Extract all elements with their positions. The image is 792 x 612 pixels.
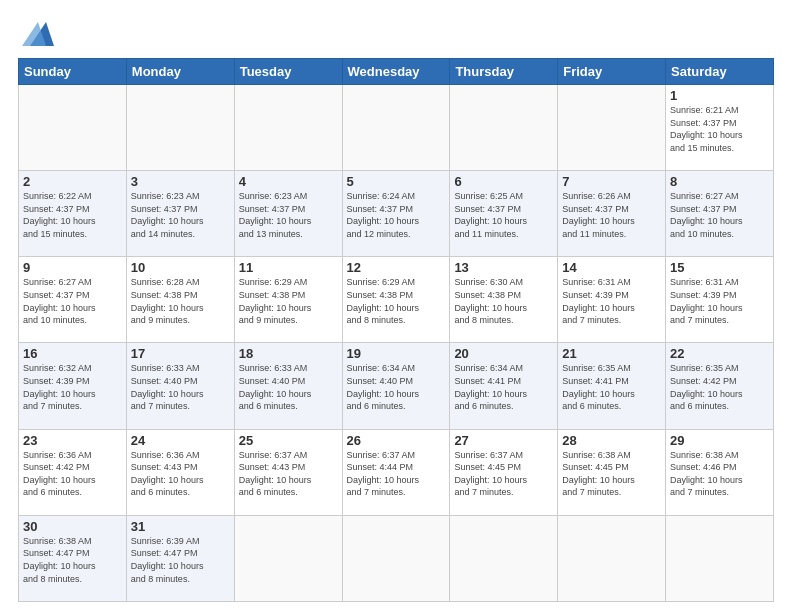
table-row xyxy=(558,515,666,601)
day-number: 9 xyxy=(23,260,122,275)
calendar-week-row: 1Sunrise: 6:21 AM Sunset: 4:37 PM Daylig… xyxy=(19,85,774,171)
day-info: Sunrise: 6:38 AM Sunset: 4:45 PM Dayligh… xyxy=(562,449,661,499)
day-info: Sunrise: 6:31 AM Sunset: 4:39 PM Dayligh… xyxy=(562,276,661,326)
calendar-week-row: 23Sunrise: 6:36 AM Sunset: 4:42 PM Dayli… xyxy=(19,429,774,515)
day-info: Sunrise: 6:29 AM Sunset: 4:38 PM Dayligh… xyxy=(347,276,446,326)
day-number: 4 xyxy=(239,174,338,189)
table-row xyxy=(234,85,342,171)
table-row: 1Sunrise: 6:21 AM Sunset: 4:37 PM Daylig… xyxy=(666,85,774,171)
table-row: 23Sunrise: 6:36 AM Sunset: 4:42 PM Dayli… xyxy=(19,429,127,515)
day-info: Sunrise: 6:28 AM Sunset: 4:38 PM Dayligh… xyxy=(131,276,230,326)
day-number: 19 xyxy=(347,346,446,361)
col-wednesday: Wednesday xyxy=(342,59,450,85)
calendar-header-row: Sunday Monday Tuesday Wednesday Thursday… xyxy=(19,59,774,85)
table-row: 15Sunrise: 6:31 AM Sunset: 4:39 PM Dayli… xyxy=(666,257,774,343)
table-row: 3Sunrise: 6:23 AM Sunset: 4:37 PM Daylig… xyxy=(126,171,234,257)
day-info: Sunrise: 6:30 AM Sunset: 4:38 PM Dayligh… xyxy=(454,276,553,326)
day-info: Sunrise: 6:36 AM Sunset: 4:43 PM Dayligh… xyxy=(131,449,230,499)
day-info: Sunrise: 6:25 AM Sunset: 4:37 PM Dayligh… xyxy=(454,190,553,240)
day-info: Sunrise: 6:39 AM Sunset: 4:47 PM Dayligh… xyxy=(131,535,230,585)
day-number: 2 xyxy=(23,174,122,189)
day-number: 1 xyxy=(670,88,769,103)
table-row xyxy=(126,85,234,171)
col-tuesday: Tuesday xyxy=(234,59,342,85)
day-number: 13 xyxy=(454,260,553,275)
day-info: Sunrise: 6:22 AM Sunset: 4:37 PM Dayligh… xyxy=(23,190,122,240)
day-number: 5 xyxy=(347,174,446,189)
day-info: Sunrise: 6:38 AM Sunset: 4:47 PM Dayligh… xyxy=(23,535,122,585)
table-row xyxy=(450,515,558,601)
table-row: 22Sunrise: 6:35 AM Sunset: 4:42 PM Dayli… xyxy=(666,343,774,429)
table-row xyxy=(342,85,450,171)
table-row: 21Sunrise: 6:35 AM Sunset: 4:41 PM Dayli… xyxy=(558,343,666,429)
logo xyxy=(18,18,54,50)
table-row: 26Sunrise: 6:37 AM Sunset: 4:44 PM Dayli… xyxy=(342,429,450,515)
day-number: 6 xyxy=(454,174,553,189)
day-number: 17 xyxy=(131,346,230,361)
day-number: 26 xyxy=(347,433,446,448)
table-row: 17Sunrise: 6:33 AM Sunset: 4:40 PM Dayli… xyxy=(126,343,234,429)
day-info: Sunrise: 6:27 AM Sunset: 4:37 PM Dayligh… xyxy=(23,276,122,326)
day-info: Sunrise: 6:33 AM Sunset: 4:40 PM Dayligh… xyxy=(239,362,338,412)
calendar-week-row: 16Sunrise: 6:32 AM Sunset: 4:39 PM Dayli… xyxy=(19,343,774,429)
table-row: 7Sunrise: 6:26 AM Sunset: 4:37 PM Daylig… xyxy=(558,171,666,257)
day-info: Sunrise: 6:37 AM Sunset: 4:45 PM Dayligh… xyxy=(454,449,553,499)
day-number: 27 xyxy=(454,433,553,448)
day-number: 11 xyxy=(239,260,338,275)
day-number: 22 xyxy=(670,346,769,361)
table-row: 6Sunrise: 6:25 AM Sunset: 4:37 PM Daylig… xyxy=(450,171,558,257)
logo-icon xyxy=(22,18,54,50)
table-row xyxy=(19,85,127,171)
day-number: 31 xyxy=(131,519,230,534)
col-friday: Friday xyxy=(558,59,666,85)
day-info: Sunrise: 6:33 AM Sunset: 4:40 PM Dayligh… xyxy=(131,362,230,412)
day-info: Sunrise: 6:21 AM Sunset: 4:37 PM Dayligh… xyxy=(670,104,769,154)
day-info: Sunrise: 6:38 AM Sunset: 4:46 PM Dayligh… xyxy=(670,449,769,499)
table-row: 28Sunrise: 6:38 AM Sunset: 4:45 PM Dayli… xyxy=(558,429,666,515)
day-number: 16 xyxy=(23,346,122,361)
table-row: 9Sunrise: 6:27 AM Sunset: 4:37 PM Daylig… xyxy=(19,257,127,343)
day-info: Sunrise: 6:23 AM Sunset: 4:37 PM Dayligh… xyxy=(131,190,230,240)
table-row: 2Sunrise: 6:22 AM Sunset: 4:37 PM Daylig… xyxy=(19,171,127,257)
day-info: Sunrise: 6:35 AM Sunset: 4:42 PM Dayligh… xyxy=(670,362,769,412)
page: Sunday Monday Tuesday Wednesday Thursday… xyxy=(0,0,792,612)
table-row xyxy=(666,515,774,601)
day-number: 12 xyxy=(347,260,446,275)
table-row: 12Sunrise: 6:29 AM Sunset: 4:38 PM Dayli… xyxy=(342,257,450,343)
table-row xyxy=(558,85,666,171)
day-number: 3 xyxy=(131,174,230,189)
day-number: 24 xyxy=(131,433,230,448)
calendar-week-row: 2Sunrise: 6:22 AM Sunset: 4:37 PM Daylig… xyxy=(19,171,774,257)
header xyxy=(18,18,774,50)
calendar-week-row: 30Sunrise: 6:38 AM Sunset: 4:47 PM Dayli… xyxy=(19,515,774,601)
day-number: 29 xyxy=(670,433,769,448)
day-number: 21 xyxy=(562,346,661,361)
calendar-week-row: 9Sunrise: 6:27 AM Sunset: 4:37 PM Daylig… xyxy=(19,257,774,343)
table-row: 14Sunrise: 6:31 AM Sunset: 4:39 PM Dayli… xyxy=(558,257,666,343)
day-number: 7 xyxy=(562,174,661,189)
day-number: 18 xyxy=(239,346,338,361)
day-number: 28 xyxy=(562,433,661,448)
day-info: Sunrise: 6:34 AM Sunset: 4:41 PM Dayligh… xyxy=(454,362,553,412)
day-info: Sunrise: 6:27 AM Sunset: 4:37 PM Dayligh… xyxy=(670,190,769,240)
table-row: 18Sunrise: 6:33 AM Sunset: 4:40 PM Dayli… xyxy=(234,343,342,429)
table-row: 30Sunrise: 6:38 AM Sunset: 4:47 PM Dayli… xyxy=(19,515,127,601)
day-number: 15 xyxy=(670,260,769,275)
day-info: Sunrise: 6:32 AM Sunset: 4:39 PM Dayligh… xyxy=(23,362,122,412)
day-info: Sunrise: 6:36 AM Sunset: 4:42 PM Dayligh… xyxy=(23,449,122,499)
day-info: Sunrise: 6:24 AM Sunset: 4:37 PM Dayligh… xyxy=(347,190,446,240)
table-row xyxy=(450,85,558,171)
table-row xyxy=(234,515,342,601)
table-row: 5Sunrise: 6:24 AM Sunset: 4:37 PM Daylig… xyxy=(342,171,450,257)
table-row: 27Sunrise: 6:37 AM Sunset: 4:45 PM Dayli… xyxy=(450,429,558,515)
table-row: 4Sunrise: 6:23 AM Sunset: 4:37 PM Daylig… xyxy=(234,171,342,257)
day-info: Sunrise: 6:29 AM Sunset: 4:38 PM Dayligh… xyxy=(239,276,338,326)
table-row: 10Sunrise: 6:28 AM Sunset: 4:38 PM Dayli… xyxy=(126,257,234,343)
table-row: 31Sunrise: 6:39 AM Sunset: 4:47 PM Dayli… xyxy=(126,515,234,601)
day-number: 20 xyxy=(454,346,553,361)
day-number: 14 xyxy=(562,260,661,275)
day-number: 25 xyxy=(239,433,338,448)
table-row: 8Sunrise: 6:27 AM Sunset: 4:37 PM Daylig… xyxy=(666,171,774,257)
day-number: 23 xyxy=(23,433,122,448)
calendar-table: Sunday Monday Tuesday Wednesday Thursday… xyxy=(18,58,774,602)
